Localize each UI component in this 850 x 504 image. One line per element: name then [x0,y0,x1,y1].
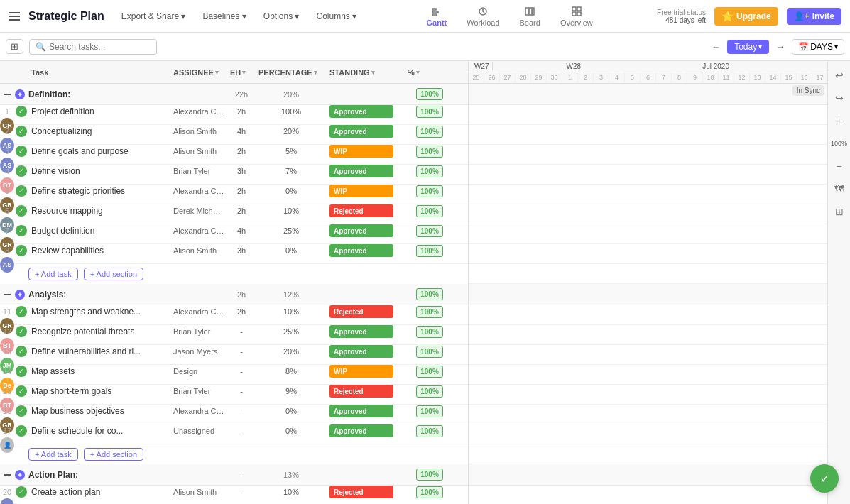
col-task-name[interactable]: Task [28,68,170,77]
section-eh2-action_plan: - [227,471,256,479]
gantt-day: 2 [578,72,594,83]
baselines-btn[interactable]: Baselines ▾ [197,9,251,24]
task-standing: Rejected [327,486,405,498]
task-check[interactable] [14,225,28,236]
task-name[interactable]: Project definition [28,106,170,116]
task-name[interactable]: Resource mapping [28,206,170,216]
task-name[interactable]: Budget definition [28,226,170,236]
search-input[interactable] [49,42,151,52]
nav-right-arrow[interactable]: → [772,38,789,55]
task-check[interactable] [14,385,28,397]
task-name[interactable]: Define strategic priorities [28,186,170,196]
task-check[interactable] [14,185,28,197]
section-collapse-definition[interactable] [0,90,14,99]
gantt-add-row [469,264,850,284]
task-name[interactable]: Conceptualizing [28,126,170,136]
col-standing[interactable]: STANDING ▾ [327,68,405,77]
section-collapse-action_plan[interactable] [0,471,14,479]
add-task-btn-definition[interactable]: + Add task [28,268,78,280]
add-section-btn-definition[interactable]: + Add section [84,268,143,280]
task-name[interactable]: Map short-term goals [28,386,170,396]
task-eh: - [227,407,256,415]
task-assignee: Brian Tyler [170,387,227,395]
task-badge: 100% [405,126,454,138]
add-section-btn-analysis[interactable]: + Add section [84,448,143,461]
search-box[interactable]: 🔍 [29,39,157,55]
task-row: 2 Conceptualizing Alison Smith 4h 20% Ap… [0,125,468,145]
section-collapse-analysis[interactable] [0,290,14,299]
task-pct: 0% [256,187,327,195]
task-badge: 100% [405,185,454,197]
zoom-out-icon[interactable]: − [831,158,848,175]
nav-left-arrow[interactable]: ← [707,38,724,55]
tab-board[interactable]: Board [510,3,550,30]
redo-icon[interactable]: ↪ [831,89,848,106]
task-check[interactable] [14,126,28,137]
svg-rect-9 [572,12,576,16]
task-row: 8 Review capabilities Alison Smith 3h 0%… [0,244,468,264]
task-check[interactable] [14,306,28,317]
task-assignee: Brian Tyler [170,327,227,336]
undo-icon[interactable]: ↩ [831,67,848,84]
task-standing: WIP [327,185,405,197]
task-standing: Approved [327,424,405,437]
days-button[interactable]: 📅 DAYS ▾ [792,39,844,55]
task-eh: 2h [227,187,256,195]
hamburger-menu[interactable] [9,12,20,21]
gantt-day: 12 [734,72,750,83]
section-pct-definition: 20% [256,90,327,99]
task-name[interactable]: Recognize potential threats [28,327,170,336]
task-num: 11 [0,307,14,316]
task-check[interactable] [14,366,28,377]
tab-overview[interactable]: Overview [550,3,603,30]
task-check[interactable] [14,106,28,117]
gantt-day: 29 [531,72,547,83]
upgrade-button[interactable]: ⭐ Upgrade [714,7,778,26]
today-button[interactable]: Today ▾ [727,40,769,54]
task-name[interactable]: Define vision [28,166,170,176]
col-assignee[interactable]: ASSIGNEE ▾ [170,68,227,77]
task-name[interactable]: Review capabilities [28,246,170,256]
task-check[interactable] [14,346,28,357]
gantt-header: W27 W28 Jul 2020 25262728293012345678910… [469,61,850,84]
task-check[interactable] [14,146,28,157]
gantt-row [469,325,850,345]
task-name[interactable]: Define schedule for co... [28,426,170,436]
task-assignee: Alexandra Cuart... [170,226,227,235]
task-check[interactable] [14,326,28,337]
task-check[interactable] [14,425,28,437]
task-name[interactable]: Map assets [28,366,170,376]
help-button[interactable]: ✓ [810,464,839,493]
table-icon[interactable]: ⊞ [831,203,848,220]
options-btn[interactable]: Options ▾ [258,9,305,24]
task-name[interactable]: Map business objectives [28,406,170,416]
map-icon[interactable]: 🗺 [831,180,848,197]
tab-gantt[interactable]: Gantt [417,3,457,30]
task-name[interactable]: Define goals and purpose [28,146,170,156]
task-check[interactable] [14,245,28,256]
task-check[interactable] [14,205,28,217]
col-pct[interactable]: % ▾ [405,68,454,77]
task-check[interactable] [14,405,28,417]
columns-btn[interactable]: Columns ▾ [311,9,363,24]
export-share-btn[interactable]: Export & Share ▾ [116,9,192,24]
task-name[interactable]: Create action plan [28,487,170,497]
task-name[interactable]: Define vulnerabilities and ri... [28,346,170,356]
col-percentage[interactable]: PERCENTAGE ▾ [256,68,327,77]
task-eh: 2h [227,107,256,116]
gantt-row [469,165,850,185]
task-check[interactable] [14,165,28,177]
task-name[interactable]: Map strengths and weakne... [28,307,170,317]
expand-all-btn[interactable]: ⊞ [6,39,23,54]
zoom-in-icon[interactable]: + [831,112,848,129]
svg-rect-0 [432,9,436,10]
task-num: 20 [0,488,14,496]
col-eh[interactable]: EH ▾ [227,68,256,77]
gantt-row [469,365,850,385]
task-badge: 100% [405,146,454,158]
gantt-row [469,305,850,325]
tab-workload[interactable]: Workload [457,3,509,30]
add-task-btn-analysis[interactable]: + Add task [28,448,78,461]
task-check[interactable] [14,486,28,498]
invite-button[interactable]: 👤+ Invite [787,8,841,25]
